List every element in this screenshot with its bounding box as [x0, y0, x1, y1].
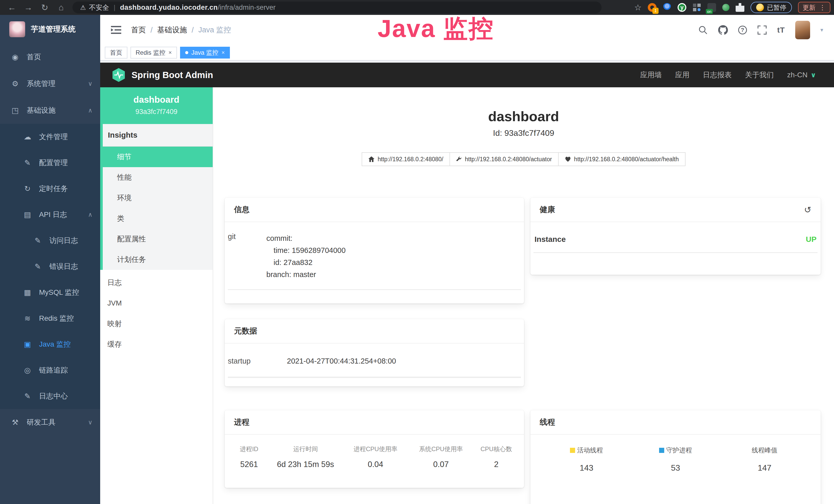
close-icon[interactable]: ×	[221, 49, 225, 56]
history-icon[interactable]: ↺	[804, 205, 812, 215]
sidebar-item-scheduled-tasks[interactable]: ↻ 定时任务	[0, 176, 100, 202]
metadata-key-startup: startup	[228, 357, 287, 365]
sidebar-item-system-mgmt[interactable]: ⚙ 系统管理 ∨	[0, 70, 100, 97]
chevron-down-icon: ∨	[88, 419, 92, 426]
sidebar-item-infrastructure[interactable]: ◳ 基础设施 ∧	[0, 97, 100, 124]
sidebar-item-error-logs[interactable]: ✎ 错误日志	[0, 253, 100, 279]
chevron-down-icon: ∨	[811, 71, 816, 79]
metadata-card-title: 元数据	[225, 319, 524, 344]
breadcrumb-infrastructure[interactable]: 基础设施	[157, 25, 187, 35]
extension-icon-orange[interactable]: 1	[648, 3, 657, 12]
sidebar-item-label: 首页	[27, 52, 41, 62]
sidebar-item-file-mgmt[interactable]: ☁ 文件管理	[0, 124, 100, 150]
sba-nav-journal[interactable]: 日志报表	[703, 70, 732, 80]
language-label: zh-CN	[787, 71, 808, 79]
close-icon[interactable]: ×	[169, 49, 172, 56]
cloud-upload-icon: ☁	[23, 133, 32, 141]
actuator-url-button[interactable]: http://192.168.0.2:48080/actuator	[450, 152, 559, 166]
sba-nav-applications[interactable]: 应用	[675, 70, 690, 80]
bookmark-star-icon[interactable]: ☆	[634, 3, 642, 12]
sidebar-item-label: API 日志	[39, 210, 67, 220]
insights-group-label: Insights	[103, 124, 213, 146]
extension-icon-pin[interactable]	[663, 3, 672, 12]
avatar-caret-icon[interactable]: ▾	[820, 27, 823, 33]
extension-icon-grid[interactable]	[693, 3, 701, 12]
url-separator: |	[113, 4, 115, 12]
display-icon: ▣	[23, 340, 32, 349]
browser-reload-icon[interactable]: ↻	[40, 3, 49, 13]
browser-back-icon[interactable]: ←	[7, 3, 17, 12]
sba-nav-mappings[interactable]: 映射	[100, 314, 213, 334]
col-system-cpu: 系统CPU使用率	[408, 445, 474, 453]
github-icon[interactable]	[718, 25, 728, 35]
paused-chip[interactable]: 已暂停	[750, 2, 792, 13]
sba-nav-config-props[interactable]: 配置属性	[103, 229, 213, 249]
language-selector[interactable]: zh-CN ∨	[787, 71, 816, 79]
sba-nav-metrics[interactable]: 性能	[103, 167, 213, 188]
browser-toolbar: ← → ↻ ⌂ ⚠ 不安全 | dashboard.yudao.iocoder.…	[0, 0, 834, 15]
sba-nav-about[interactable]: 关于我们	[745, 70, 774, 80]
col-uptime: 运行时间	[268, 445, 343, 453]
sidebar-item-tracing[interactable]: ◎ 链路追踪	[0, 357, 100, 383]
sba-nav-details[interactable]: 细节	[103, 146, 213, 167]
health-card: 健康 ↺ Instance UP	[530, 198, 821, 275]
app-logo-row: 芋道管理系统	[0, 15, 100, 44]
sidebar-item-access-logs[interactable]: ✎ 访问日志	[0, 228, 100, 253]
sba-nav-environment[interactable]: 环境	[103, 188, 213, 208]
sba-nav-caches[interactable]: 缓存	[100, 334, 213, 354]
sidebar-item-label: Redis 监控	[39, 314, 74, 323]
sba-nav-classes[interactable]: 类	[103, 208, 213, 229]
extension-icon-switch[interactable]: on	[707, 3, 716, 12]
instance-header: dashboard 93a3fc7f7409	[100, 87, 213, 124]
tab-home[interactable]: 首页	[105, 47, 127, 59]
sidebar-item-mysql-monitor[interactable]: ▦ MySQL 监控	[0, 279, 100, 305]
sidebar-item-config-mgmt[interactable]: ✎ 配置管理	[0, 150, 100, 176]
browser-home-icon[interactable]: ⌂	[57, 3, 66, 12]
breadcrumb: 首页 / 基础设施 / Java 监控	[131, 25, 231, 35]
edit-icon: ✎	[23, 158, 32, 167]
sidebar-item-home[interactable]: ◉ 首页	[0, 44, 100, 70]
sidebar-item-label: MySQL 监控	[39, 288, 79, 297]
user-avatar[interactable]	[795, 21, 810, 39]
sidebar-item-dev-tools[interactable]: ⚒ 研发工具 ∨	[0, 409, 100, 436]
extension-icon-small-green[interactable]	[722, 4, 729, 11]
admin-sidebar: 芋道管理系统 ◉ 首页 ⚙ 系统管理 ∨ ◳ 基础设施 ∧ ☁ 文件管理 ✎ 配…	[0, 15, 100, 504]
browser-forward-icon[interactable]: →	[24, 3, 33, 12]
sidebar-item-api-logs[interactable]: ▤ API 日志 ∧	[0, 202, 100, 228]
sidebar-item-redis-monitor[interactable]: ≋ Redis 监控	[0, 305, 100, 331]
breadcrumb-home[interactable]: 首页	[131, 25, 146, 35]
sidebar-item-log-center[interactable]: ✎ 日志中心	[0, 383, 100, 409]
active-threads-swatch	[570, 448, 575, 453]
health-instance-label: Instance	[534, 235, 566, 244]
extension-badge: 1	[652, 8, 659, 14]
address-bar[interactable]: ⚠ 不安全 | dashboard.yudao.iocoder.cn /infr…	[72, 2, 601, 13]
fullscreen-icon[interactable]	[757, 25, 767, 35]
process-card-title: 进程	[225, 410, 524, 435]
monitor-chart-icon: ◳	[10, 106, 20, 115]
browser-extensions-area: ☆ 1 y on 已暂停 更新 ⋮	[634, 2, 830, 13]
service-url-button[interactable]: http://192.168.0.2:48080/	[361, 152, 450, 166]
system-cpu-value: 0.07	[408, 460, 474, 469]
sba-nav-logs[interactable]: 日志	[100, 272, 213, 293]
app-header: 首页 / 基础设施 / Java 监控 Java 监控 ?	[100, 15, 834, 45]
update-button[interactable]: 更新 ⋮	[798, 2, 830, 13]
health-url-button[interactable]: http://192.168.0.2:48080/actuator/health	[559, 152, 685, 166]
sidebar-collapse-icon[interactable]	[111, 26, 122, 35]
heartbeat-icon	[565, 156, 571, 162]
extension-icon-green-y[interactable]: y	[678, 3, 686, 12]
url-path: /infra/admin-server	[218, 4, 276, 12]
search-icon[interactable]	[698, 25, 708, 35]
help-icon[interactable]: ?	[738, 26, 747, 35]
tab-redis-monitor[interactable]: Redis 监控 ×	[130, 47, 177, 59]
browser-menu-icon[interactable]: ⋮	[819, 4, 826, 12]
tab-java-monitor[interactable]: Java 监控 ×	[180, 47, 230, 59]
text-size-icon[interactable]: tT	[777, 26, 785, 35]
java-monitor-annotation: Java 监控	[378, 12, 494, 46]
wrench-icon	[456, 156, 462, 162]
sidebar-item-java-monitor[interactable]: ▣ Java 监控	[0, 331, 100, 357]
sba-nav-jvm[interactable]: JVM	[100, 293, 213, 314]
chevron-up-icon: ∧	[88, 107, 92, 114]
extensions-puzzle-icon[interactable]	[736, 3, 744, 12]
sba-nav-scheduled-tasks[interactable]: 计划任务	[103, 249, 213, 270]
sba-nav-wallboard[interactable]: 应用墙	[640, 70, 662, 80]
